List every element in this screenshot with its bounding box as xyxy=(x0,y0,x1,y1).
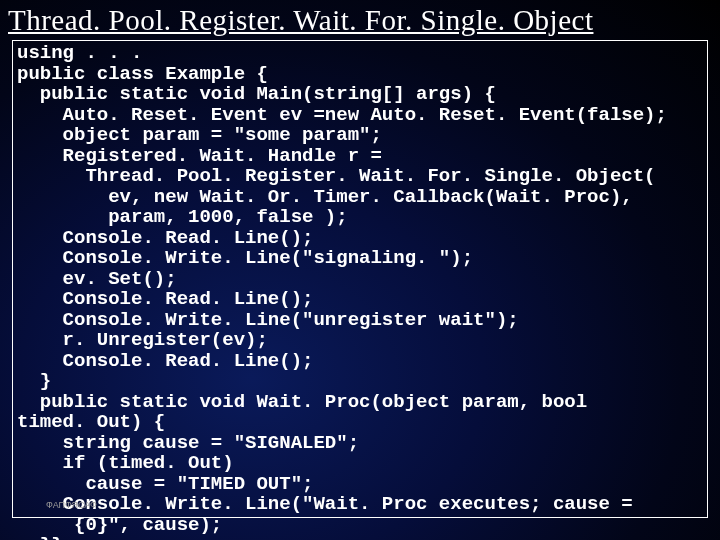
code-listing: using . . . public class Example { publi… xyxy=(17,43,703,540)
slide: Thread. Pool. Register. Wait. For. Singl… xyxy=(0,0,720,540)
code-box: using . . . public class Example { publi… xyxy=(12,40,708,518)
slide-title: Thread. Pool. Register. Wait. For. Singl… xyxy=(0,0,720,37)
footer-label: ФАПФЯСАФ xyxy=(46,500,97,510)
